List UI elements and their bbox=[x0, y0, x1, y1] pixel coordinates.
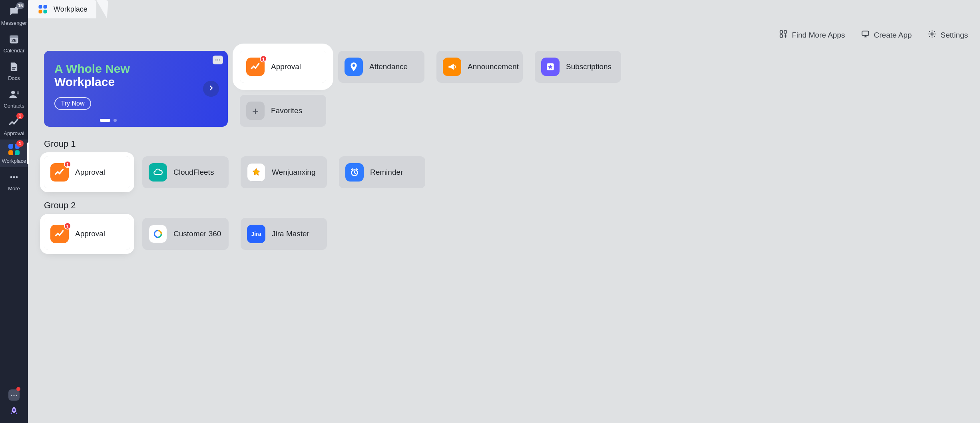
workplace-icon bbox=[37, 3, 49, 15]
rocket-icon bbox=[8, 405, 20, 417]
app-tile-approval[interactable]: 1Approval bbox=[240, 51, 326, 83]
cloud-icon bbox=[149, 163, 167, 182]
svg-point-6 bbox=[11, 91, 15, 94]
sidebar-item-messenger[interactable]: 15 Messenger bbox=[0, 2, 28, 29]
badge-count: 1 bbox=[260, 55, 267, 62]
tile-label: Wenjuanxing bbox=[272, 168, 316, 177]
sidebar-item-label: Approval bbox=[4, 130, 24, 136]
promo-pagination-dots[interactable] bbox=[100, 119, 117, 122]
svg-rect-5 bbox=[12, 69, 15, 70]
app-tile-jira[interactable]: JiraJira Master bbox=[241, 218, 327, 250]
action-label: Create App bbox=[874, 31, 912, 40]
settings-button[interactable]: Settings bbox=[928, 30, 968, 40]
badge-count: 15 bbox=[16, 2, 24, 9]
badge-count: 1 bbox=[64, 161, 71, 168]
app-tile-cloud[interactable]: CloudFleets bbox=[142, 156, 229, 188]
badge-count: 1 bbox=[16, 113, 24, 119]
app-tile-attendance[interactable]: Attendance bbox=[338, 51, 424, 83]
app-tile-c360[interactable]: Customer 360 bbox=[142, 218, 229, 250]
more-icon bbox=[8, 171, 20, 183]
sidebar-item-label: Calendar bbox=[4, 48, 25, 54]
svg-rect-8 bbox=[17, 94, 19, 94]
svg-rect-7 bbox=[17, 92, 19, 92]
attendance-icon bbox=[345, 58, 363, 76]
svg-rect-13 bbox=[780, 31, 783, 33]
apps-grid-icon bbox=[779, 30, 788, 40]
create-app-button[interactable]: Create App bbox=[861, 30, 912, 40]
tab-workplace[interactable]: Workplace bbox=[28, 0, 96, 18]
svg-point-11 bbox=[16, 176, 18, 178]
sidebar-item-approval[interactable]: 1 Approval bbox=[0, 112, 28, 140]
promo-cta-label: Try Now bbox=[61, 100, 85, 107]
svg-point-18 bbox=[353, 64, 355, 67]
badge-count: 1 bbox=[64, 222, 71, 229]
action-bar: Find More Apps Create App Settings bbox=[44, 18, 973, 51]
tile-label: CloudFleets bbox=[173, 168, 214, 177]
app-tile-approval[interactable]: 1Approval bbox=[44, 156, 130, 188]
svg-point-12 bbox=[13, 409, 15, 411]
quick-apps-row: 1ApprovalAttendanceAnnouncementSubscript… bbox=[240, 51, 621, 83]
svg-rect-15 bbox=[780, 35, 783, 37]
group-title: Group 1 bbox=[44, 139, 973, 149]
app-tile-announce[interactable]: Announcement bbox=[436, 51, 523, 83]
sidebar-item-label: Contacts bbox=[4, 103, 24, 109]
docs-icon bbox=[8, 61, 20, 73]
tile-label: Attendance bbox=[369, 62, 408, 72]
sidebar-item-boost[interactable] bbox=[0, 403, 28, 423]
sidebar-item-more[interactable]: More bbox=[0, 167, 28, 195]
main-area: Workplace Find More Apps Create App bbox=[28, 0, 980, 423]
approval-icon: 1 bbox=[246, 58, 265, 76]
sidebar-item-docs[interactable]: Docs bbox=[0, 57, 28, 84]
tile-label: Favorites bbox=[271, 106, 302, 116]
overflow-chip-icon: ⋯ bbox=[8, 389, 20, 401]
approval-icon: 1 bbox=[50, 225, 69, 243]
tile-label: Customer 360 bbox=[173, 229, 221, 239]
sidebar-item-calendar[interactable]: 26 Calendar bbox=[0, 29, 28, 57]
star-icon bbox=[247, 163, 265, 182]
promo-try-now-button[interactable]: Try Now bbox=[54, 97, 91, 110]
left-sidebar: 15 Messenger 26 Calendar Docs Contacts bbox=[0, 0, 28, 423]
gear-icon bbox=[928, 30, 936, 40]
svg-rect-4 bbox=[12, 67, 16, 68]
sidebar-item-contacts[interactable]: Contacts bbox=[0, 84, 28, 112]
group-title: Group 2 bbox=[44, 200, 973, 211]
svg-point-9 bbox=[10, 176, 12, 178]
app-tile-approval[interactable]: 1Approval bbox=[44, 218, 130, 250]
svg-rect-14 bbox=[784, 31, 787, 33]
clock-icon bbox=[345, 163, 364, 182]
promo-card[interactable]: ⋯ A Whole New Workplace Try Now bbox=[44, 51, 228, 127]
tile-label: Jira Master bbox=[272, 229, 309, 239]
sidebar-item-label: Docs bbox=[8, 75, 20, 81]
svg-text:26: 26 bbox=[12, 38, 17, 43]
contacts-icon bbox=[8, 88, 20, 100]
subs-icon bbox=[541, 58, 560, 76]
plus-icon: ＋ bbox=[246, 102, 265, 120]
app-root: 15 Messenger 26 Calendar Docs Contacts bbox=[0, 0, 980, 423]
svg-point-17 bbox=[931, 33, 934, 35]
tile-label: Approval bbox=[271, 62, 301, 72]
app-tile-subs[interactable]: Subscriptions bbox=[535, 51, 621, 83]
sidebar-item-workplace[interactable]: 1 Workplace bbox=[0, 140, 28, 167]
content-area: Find More Apps Create App Settings bbox=[28, 18, 980, 423]
tile-label: Approval bbox=[75, 168, 105, 177]
action-label: Settings bbox=[940, 31, 968, 40]
approval-icon: 1 bbox=[50, 163, 69, 182]
notification-dot bbox=[16, 387, 20, 391]
app-tile-star[interactable]: Wenjuanxing bbox=[241, 156, 327, 188]
promo-menu-button[interactable]: ⋯ bbox=[213, 56, 223, 64]
groups-container: Group 11ApprovalCloudFleetsWenjuanxingRe… bbox=[44, 139, 973, 250]
tile-label: Announcement bbox=[468, 62, 519, 72]
app-tile-clock[interactable]: Reminder bbox=[339, 156, 425, 188]
tile-label: Reminder bbox=[370, 168, 403, 177]
group-apps-row: 1ApprovalCloudFleetsWenjuanxingReminder bbox=[44, 156, 973, 188]
find-more-apps-button[interactable]: Find More Apps bbox=[779, 30, 845, 40]
favorites-add-tile[interactable]: ＋ Favorites bbox=[240, 95, 326, 127]
tab-label: Workplace bbox=[54, 5, 88, 14]
sidebar-item-label: Workplace bbox=[2, 158, 26, 164]
promo-next-button[interactable] bbox=[203, 81, 219, 97]
action-label: Find More Apps bbox=[792, 31, 845, 40]
tile-label: Subscriptions bbox=[566, 62, 612, 72]
badge-count: 1 bbox=[16, 140, 24, 147]
sidebar-item-apps-overflow[interactable]: ⋯ bbox=[0, 387, 28, 403]
sidebar-item-label: Messenger bbox=[1, 20, 27, 26]
